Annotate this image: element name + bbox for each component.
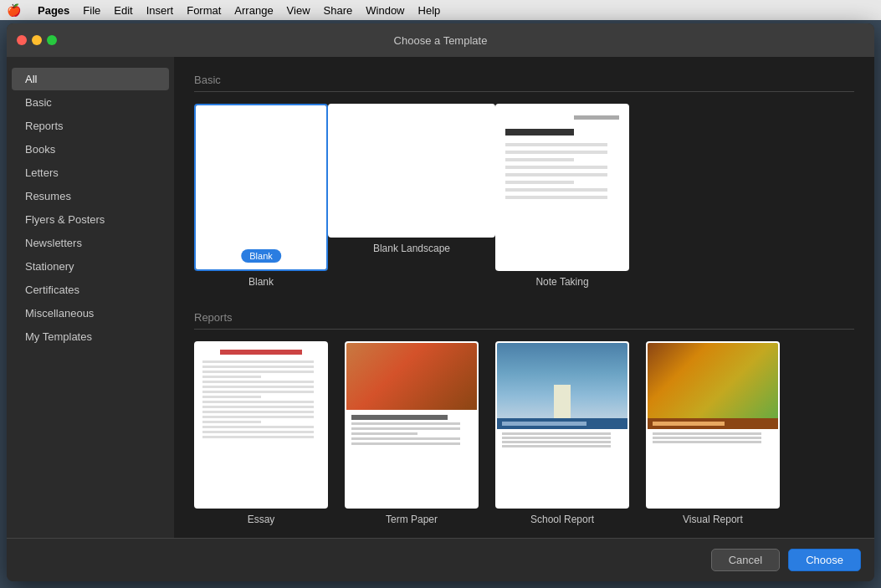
sidebar-item-flyers-posters[interactable]: Flyers & Posters bbox=[12, 208, 169, 231]
menu-file[interactable]: File bbox=[83, 4, 100, 17]
sidebar-item-books[interactable]: Books bbox=[12, 138, 169, 161]
essay-line-5 bbox=[202, 381, 314, 383]
template-blank-landscape-thumbnail bbox=[328, 104, 495, 238]
note-line-5 bbox=[505, 173, 607, 176]
term-paper-text bbox=[346, 410, 477, 450]
essay-line-14 bbox=[202, 426, 314, 428]
essay-line-10 bbox=[202, 406, 314, 408]
template-term-paper-label: Term Paper bbox=[386, 514, 438, 525]
sidebar-item-basic[interactable]: Basic bbox=[12, 91, 169, 114]
template-blank[interactable]: Blank Blank bbox=[194, 104, 328, 288]
basic-templates-grid: Blank Blank Blank Landscape bbox=[194, 104, 854, 288]
template-note-taking[interactable]: Note Taking bbox=[495, 104, 629, 288]
visual-report-content bbox=[648, 343, 778, 447]
cancel-button[interactable]: Cancel bbox=[711, 549, 780, 571]
reports-section-title: Reports bbox=[194, 311, 854, 330]
essay-line-3 bbox=[202, 371, 314, 373]
menu-window[interactable]: Window bbox=[366, 4, 404, 17]
template-essay-label: Essay bbox=[248, 514, 275, 525]
sidebar-item-reports[interactable]: Reports bbox=[12, 115, 169, 137]
menu-share[interactable]: Share bbox=[324, 4, 353, 17]
note-line-7 bbox=[505, 188, 607, 192]
traffic-lights bbox=[17, 35, 57, 45]
sr-line-4 bbox=[502, 445, 611, 447]
menu-edit[interactable]: Edit bbox=[114, 4, 132, 17]
sr-header bbox=[497, 418, 627, 429]
blank-badge: Blank bbox=[241, 249, 281, 263]
menu-view[interactable]: View bbox=[287, 4, 310, 17]
template-visual-report-thumbnail bbox=[646, 341, 780, 509]
template-term-paper-thumbnail bbox=[345, 341, 479, 509]
sidebar-item-newsletters[interactable]: Newsletters bbox=[12, 232, 169, 254]
footer: Cancel Choose bbox=[7, 538, 874, 581]
tp-title bbox=[351, 415, 448, 420]
template-school-report-thumbnail bbox=[495, 341, 629, 509]
sidebar-item-resumes[interactable]: Resumes bbox=[12, 185, 169, 207]
window-title: Choose a Template bbox=[394, 34, 488, 47]
sidebar-item-stationery[interactable]: Stationery bbox=[12, 255, 169, 278]
template-note-taking-label: Note Taking bbox=[535, 276, 588, 288]
note-line-8 bbox=[505, 196, 607, 199]
template-essay[interactable]: Essay bbox=[194, 341, 328, 525]
template-visual-report-label: Visual Report bbox=[683, 514, 743, 525]
sr-line-3 bbox=[502, 441, 611, 443]
note-line-4 bbox=[505, 166, 607, 169]
sidebar-item-certificates[interactable]: Certificates bbox=[12, 279, 169, 301]
school-report-content bbox=[497, 343, 627, 451]
tp-line-3 bbox=[351, 432, 417, 435]
note-title-line bbox=[505, 129, 574, 135]
essay-line-11 bbox=[202, 411, 314, 413]
sr-text bbox=[497, 429, 627, 451]
note-taking-content bbox=[497, 105, 627, 209]
essay-line-7 bbox=[202, 391, 314, 393]
menu-insert[interactable]: Insert bbox=[146, 4, 174, 17]
note-line-1 bbox=[505, 143, 607, 146]
template-blank-landscape[interactable]: Blank Landscape bbox=[345, 104, 479, 288]
sidebar-item-my-templates[interactable]: My Templates bbox=[12, 325, 169, 348]
sr-lighthouse bbox=[554, 385, 571, 418]
template-blank-label: Blank bbox=[248, 276, 274, 288]
title-bar: Choose a Template bbox=[7, 23, 874, 57]
template-school-report-label: School Report bbox=[530, 514, 594, 525]
note-line-6 bbox=[505, 181, 574, 184]
essay-line-13 bbox=[202, 421, 261, 423]
note-line-3 bbox=[505, 158, 574, 161]
vr-header-text bbox=[653, 422, 725, 426]
essay-line-9 bbox=[202, 401, 314, 403]
essay-line-8 bbox=[202, 396, 261, 398]
template-visual-report[interactable]: Visual Report bbox=[646, 341, 780, 525]
essay-thumb-content bbox=[196, 343, 326, 445]
basic-section-title: Basic bbox=[194, 74, 854, 92]
choose-button[interactable]: Choose bbox=[788, 549, 861, 571]
note-line-2 bbox=[505, 151, 607, 154]
reports-templates-grid: Essay bbox=[194, 341, 854, 525]
close-button[interactable] bbox=[17, 35, 27, 45]
sr-header-title bbox=[502, 422, 586, 426]
sidebar-item-letters[interactable]: Letters bbox=[12, 161, 169, 184]
sidebar: All Basic Reports Books Letters Resumes … bbox=[7, 57, 174, 538]
essay-line-15 bbox=[202, 431, 314, 433]
menu-pages[interactable]: Pages bbox=[38, 4, 69, 17]
note-date-line bbox=[574, 115, 619, 120]
tp-line-5 bbox=[351, 442, 460, 445]
sr-line-2 bbox=[502, 437, 611, 439]
menu-arrange[interactable]: Arrange bbox=[234, 4, 273, 17]
vr-line-2 bbox=[653, 437, 761, 439]
template-school-report[interactable]: School Report bbox=[495, 341, 629, 525]
sidebar-item-miscellaneous[interactable]: Miscellaneous bbox=[12, 302, 169, 325]
template-term-paper[interactable]: Term Paper bbox=[345, 341, 479, 525]
sidebar-item-all[interactable]: All bbox=[12, 68, 169, 90]
apple-menu[interactable]: 🍎 bbox=[7, 3, 21, 17]
vr-line-3 bbox=[653, 441, 761, 443]
fullscreen-button[interactable] bbox=[47, 35, 57, 45]
tp-line-2 bbox=[351, 427, 460, 430]
vr-image bbox=[648, 343, 778, 418]
template-essay-thumbnail bbox=[194, 341, 328, 509]
menu-help[interactable]: Help bbox=[418, 4, 441, 17]
term-paper-image bbox=[346, 343, 477, 410]
blank-thumb-content bbox=[196, 105, 326, 269]
menu-format[interactable]: Format bbox=[187, 4, 221, 17]
blank-landscape-thumb-content bbox=[330, 105, 494, 236]
minimize-button[interactable] bbox=[32, 35, 42, 45]
essay-title bbox=[220, 350, 302, 355]
